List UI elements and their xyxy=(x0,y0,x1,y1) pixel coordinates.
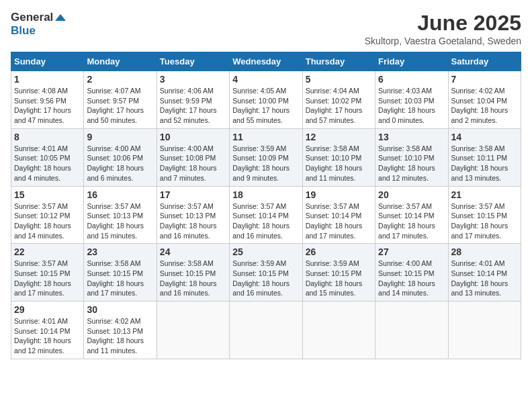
calendar-day-cell: 11Sunrise: 3:59 AMSunset: 10:09 PMDaylig… xyxy=(230,128,302,186)
day-number: 8 xyxy=(14,132,81,142)
day-info: Sunrise: 3:57 AMSunset: 10:15 PMDaylight… xyxy=(14,259,81,298)
day-info: Sunrise: 4:00 AMSunset: 10:06 PMDaylight… xyxy=(87,144,153,183)
day-number: 13 xyxy=(378,132,445,142)
calendar-day-cell: 13Sunrise: 3:58 AMSunset: 10:10 PMDaylig… xyxy=(375,128,448,186)
day-number: 6 xyxy=(378,74,445,85)
calendar-week-row: 22Sunrise: 3:57 AMSunset: 10:15 PMDaylig… xyxy=(11,244,521,302)
day-info: Sunrise: 3:58 AMSunset: 10:10 PMDaylight… xyxy=(378,144,445,183)
empty-cell xyxy=(302,302,375,359)
calendar-day-cell: 20Sunrise: 3:57 AMSunset: 10:14 PMDaylig… xyxy=(375,186,448,244)
calendar-day-cell: 10Sunrise: 4:00 AMSunset: 10:08 PMDaylig… xyxy=(157,128,229,186)
day-number: 17 xyxy=(160,189,226,200)
day-info: Sunrise: 3:57 AMSunset: 10:14 PMDaylight… xyxy=(232,201,299,241)
day-info: Sunrise: 3:57 AMSunset: 10:13 PMDaylight… xyxy=(160,201,226,241)
day-number: 1 xyxy=(14,74,81,85)
logo: General Blue xyxy=(11,11,66,37)
day-info: Sunrise: 4:05 AMSunset: 10:00 PMDaylight… xyxy=(232,86,299,126)
calendar-week-row: 15Sunrise: 3:57 AMSunset: 10:12 PMDaylig… xyxy=(11,186,521,244)
calendar-day-cell: 9Sunrise: 4:00 AMSunset: 10:06 PMDayligh… xyxy=(84,128,157,186)
day-number: 2 xyxy=(87,74,153,85)
calendar-day-cell: 25Sunrise: 3:59 AMSunset: 10:15 PMDaylig… xyxy=(230,244,302,302)
calendar-day-cell: 18Sunrise: 3:57 AMSunset: 10:14 PMDaylig… xyxy=(230,186,302,244)
day-number: 12 xyxy=(306,132,372,142)
calendar-day-cell: 8Sunrise: 4:01 AMSunset: 10:05 PMDayligh… xyxy=(11,128,84,186)
logo-text: General Blue xyxy=(11,11,66,37)
day-number: 5 xyxy=(306,74,372,85)
calendar-day-cell: 6Sunrise: 4:03 AMSunset: 10:03 PMDayligh… xyxy=(375,71,448,129)
day-number: 14 xyxy=(451,132,518,142)
page-header: General Blue June 2025 Skultorp, Vaestra… xyxy=(11,11,521,46)
day-number: 25 xyxy=(232,246,299,257)
day-number: 29 xyxy=(14,304,81,315)
day-info: Sunrise: 4:07 AMSunset: 9:57 PMDaylight:… xyxy=(87,86,153,126)
day-info: Sunrise: 3:57 AMSunset: 10:13 PMDaylight… xyxy=(87,201,153,241)
weekday-header-monday: Monday xyxy=(84,52,157,71)
day-info: Sunrise: 4:01 AMSunset: 10:05 PMDaylight… xyxy=(14,144,81,183)
calendar-day-cell: 5Sunrise: 4:04 AMSunset: 10:02 PMDayligh… xyxy=(302,71,375,129)
day-number: 11 xyxy=(232,132,299,142)
day-number: 10 xyxy=(160,132,226,142)
day-info: Sunrise: 3:57 AMSunset: 10:14 PMDaylight… xyxy=(378,201,445,241)
day-number: 24 xyxy=(160,246,226,257)
calendar-day-cell: 19Sunrise: 3:57 AMSunset: 10:14 PMDaylig… xyxy=(302,186,375,244)
calendar-day-cell: 16Sunrise: 3:57 AMSunset: 10:13 PMDaylig… xyxy=(84,186,157,244)
day-info: Sunrise: 3:59 AMSunset: 10:09 PMDaylight… xyxy=(232,144,299,183)
day-number: 20 xyxy=(378,189,445,200)
day-info: Sunrise: 4:08 AMSunset: 9:56 PMDaylight:… xyxy=(14,86,81,126)
calendar-day-cell: 12Sunrise: 3:58 AMSunset: 10:10 PMDaylig… xyxy=(302,128,375,186)
day-number: 3 xyxy=(160,74,226,85)
calendar-day-cell: 24Sunrise: 3:58 AMSunset: 10:15 PMDaylig… xyxy=(157,244,229,302)
calendar-day-cell: 2Sunrise: 4:07 AMSunset: 9:57 PMDaylight… xyxy=(84,71,157,129)
day-number: 26 xyxy=(306,246,372,257)
day-number: 4 xyxy=(232,74,299,85)
calendar-day-cell: 26Sunrise: 3:59 AMSunset: 10:15 PMDaylig… xyxy=(302,244,375,302)
day-info: Sunrise: 4:03 AMSunset: 10:03 PMDaylight… xyxy=(378,86,445,126)
weekday-header-tuesday: Tuesday xyxy=(157,52,229,71)
calendar-day-cell: 3Sunrise: 4:06 AMSunset: 9:59 PMDaylight… xyxy=(157,71,229,129)
day-info: Sunrise: 3:58 AMSunset: 10:11 PMDaylight… xyxy=(451,144,518,183)
day-info: Sunrise: 4:04 AMSunset: 10:02 PMDaylight… xyxy=(306,86,372,126)
calendar-table: SundayMondayTuesdayWednesdayThursdayFrid… xyxy=(11,52,521,359)
day-info: Sunrise: 3:57 AMSunset: 10:12 PMDaylight… xyxy=(14,201,81,241)
day-number: 27 xyxy=(378,246,445,257)
empty-cell xyxy=(375,302,448,359)
weekday-header-saturday: Saturday xyxy=(448,52,521,71)
day-info: Sunrise: 3:58 AMSunset: 10:10 PMDaylight… xyxy=(306,144,372,183)
weekday-header-wednesday: Wednesday xyxy=(230,52,302,71)
month-title: June 2025 xyxy=(365,11,521,36)
day-info: Sunrise: 3:58 AMSunset: 10:15 PMDaylight… xyxy=(87,259,153,298)
day-number: 22 xyxy=(14,246,81,257)
calendar-day-cell: 15Sunrise: 3:57 AMSunset: 10:12 PMDaylig… xyxy=(11,186,84,244)
location-title: Skultorp, Vaestra Goetaland, Sweden xyxy=(365,36,521,46)
calendar-day-cell: 14Sunrise: 3:58 AMSunset: 10:11 PMDaylig… xyxy=(448,128,521,186)
day-info: Sunrise: 4:01 AMSunset: 10:14 PMDaylight… xyxy=(451,259,518,298)
empty-cell xyxy=(230,302,302,359)
calendar-day-cell: 21Sunrise: 3:57 AMSunset: 10:15 PMDaylig… xyxy=(448,186,521,244)
day-info: Sunrise: 3:59 AMSunset: 10:15 PMDaylight… xyxy=(306,259,372,298)
calendar-day-cell: 27Sunrise: 4:00 AMSunset: 10:15 PMDaylig… xyxy=(375,244,448,302)
day-info: Sunrise: 3:59 AMSunset: 10:15 PMDaylight… xyxy=(232,259,299,298)
calendar-day-cell: 23Sunrise: 3:58 AMSunset: 10:15 PMDaylig… xyxy=(84,244,157,302)
day-info: Sunrise: 4:02 AMSunset: 10:04 PMDaylight… xyxy=(451,86,518,126)
day-info: Sunrise: 4:02 AMSunset: 10:13 PMDaylight… xyxy=(87,316,153,356)
day-number: 28 xyxy=(451,246,518,257)
day-number: 15 xyxy=(14,189,81,200)
weekday-header-friday: Friday xyxy=(375,52,448,71)
calendar-day-cell: 29Sunrise: 4:01 AMSunset: 10:14 PMDaylig… xyxy=(11,302,84,359)
weekday-header-sunday: Sunday xyxy=(11,52,84,71)
calendar-day-cell: 30Sunrise: 4:02 AMSunset: 10:13 PMDaylig… xyxy=(84,302,157,359)
day-info: Sunrise: 4:00 AMSunset: 10:15 PMDaylight… xyxy=(378,259,445,298)
empty-cell xyxy=(448,302,521,359)
day-info: Sunrise: 4:01 AMSunset: 10:14 PMDaylight… xyxy=(14,316,81,356)
day-number: 18 xyxy=(232,189,299,200)
day-info: Sunrise: 4:06 AMSunset: 9:59 PMDaylight:… xyxy=(160,86,226,126)
weekday-header-row: SundayMondayTuesdayWednesdayThursdayFrid… xyxy=(11,52,521,71)
calendar-day-cell: 1Sunrise: 4:08 AMSunset: 9:56 PMDaylight… xyxy=(11,71,84,129)
calendar-day-cell: 4Sunrise: 4:05 AMSunset: 10:00 PMDayligh… xyxy=(230,71,302,129)
day-info: Sunrise: 3:57 AMSunset: 10:15 PMDaylight… xyxy=(451,201,518,241)
calendar-day-cell: 17Sunrise: 3:57 AMSunset: 10:13 PMDaylig… xyxy=(157,186,229,244)
day-info: Sunrise: 3:58 AMSunset: 10:15 PMDaylight… xyxy=(160,259,226,298)
calendar-day-cell: 28Sunrise: 4:01 AMSunset: 10:14 PMDaylig… xyxy=(448,244,521,302)
calendar-week-row: 29Sunrise: 4:01 AMSunset: 10:14 PMDaylig… xyxy=(11,302,521,359)
day-number: 30 xyxy=(87,304,153,315)
